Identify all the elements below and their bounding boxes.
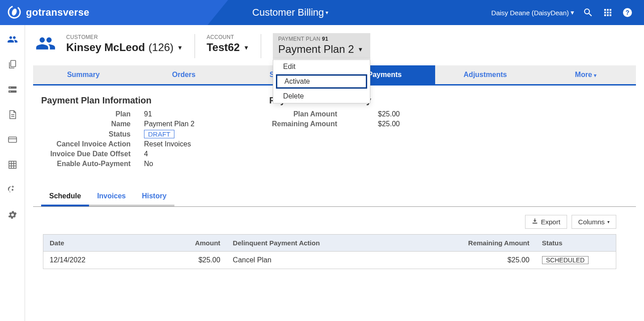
caret-down-icon: ▼ bbox=[177, 44, 183, 51]
sub-tabs: Schedule Invoices History bbox=[33, 188, 636, 207]
columns-button[interactable]: Columns ▾ bbox=[572, 215, 616, 229]
summary-plan-amount-label: Plan Amount bbox=[261, 110, 351, 118]
tab-orders[interactable]: Orders bbox=[134, 65, 234, 84]
plan-action-activate[interactable]: Activate bbox=[276, 74, 367, 89]
caret-down-icon: ▾ bbox=[594, 73, 597, 78]
info-due-offset-value: 4 bbox=[144, 150, 148, 158]
caret-down-icon: ▾ bbox=[571, 9, 574, 17]
col-date[interactable]: Date bbox=[43, 235, 169, 252]
logo-icon bbox=[7, 5, 21, 21]
svg-point-7 bbox=[9, 87, 10, 88]
breadcrumb-row: CUSTOMER Kinsey McLeod (126) ▼ ACCOUNT T… bbox=[25, 33, 644, 65]
crumb-account-label: ACCOUNT bbox=[207, 34, 249, 40]
summary-remaining-label: Remaining Amount bbox=[261, 120, 351, 128]
dashboard-nav-icon[interactable] bbox=[7, 184, 18, 195]
crumb-separator bbox=[261, 34, 261, 58]
info-plan-value: 91 bbox=[144, 110, 152, 118]
row-status-badge: SCHEDULED bbox=[542, 256, 589, 264]
col-status[interactable]: Status bbox=[536, 235, 616, 252]
caret-down-icon: ▼ bbox=[358, 46, 364, 53]
table-row[interactable]: 12/14/2022 $25.00 Cancel Plan $25.00 SCH… bbox=[43, 252, 616, 269]
info-auto-pay-label: Enable Auto-Payment bbox=[33, 160, 144, 168]
crumb-customer[interactable]: CUSTOMER Kinsey McLeod (126) ▼ bbox=[66, 33, 183, 54]
cell-remaining: $25.00 bbox=[456, 252, 536, 269]
grid-nav-icon[interactable] bbox=[7, 159, 18, 170]
info-cancel-action-value: Reset Invoices bbox=[144, 140, 191, 148]
status-badge: DRAFT bbox=[144, 130, 174, 138]
settings-nav-icon[interactable] bbox=[7, 210, 18, 220]
table-header-row: Date Amount Delinquent Payment Action Re… bbox=[43, 235, 616, 252]
tab-summary[interactable]: Summary bbox=[33, 65, 134, 84]
summary-remaining-value: $25.00 bbox=[351, 120, 400, 128]
col-amount[interactable]: Amount bbox=[169, 235, 227, 252]
crumb-account-name: Test62 bbox=[207, 41, 240, 54]
server-nav-icon[interactable] bbox=[7, 84, 18, 95]
svg-rect-11 bbox=[8, 137, 17, 142]
col-remaining[interactable]: Remaining Amount bbox=[456, 235, 536, 252]
info-name-value: Payment Plan 2 bbox=[144, 120, 195, 128]
info-due-offset-label: Invoice Due Date Offset bbox=[33, 150, 144, 158]
logo-text: gotransverse bbox=[26, 7, 89, 18]
customer-glyph-icon bbox=[33, 33, 58, 54]
export-button[interactable]: Export bbox=[525, 215, 567, 229]
columns-label: Columns bbox=[578, 218, 605, 226]
header-title-text: Customer Billing bbox=[252, 7, 324, 18]
export-label: Export bbox=[541, 218, 560, 226]
cell-date: 12/14/2022 bbox=[43, 252, 169, 269]
copy-nav-icon[interactable] bbox=[7, 59, 18, 70]
info-plan-label: Plan bbox=[33, 110, 144, 118]
table-controls: Export Columns ▾ bbox=[33, 215, 636, 229]
crumb-separator bbox=[195, 34, 195, 58]
crumb-plan-id: 91 bbox=[322, 36, 328, 42]
caret-down-icon: ▼ bbox=[243, 44, 249, 51]
download-icon bbox=[532, 218, 538, 226]
apps-icon[interactable] bbox=[602, 7, 614, 18]
subtab-schedule[interactable]: Schedule bbox=[41, 188, 89, 206]
plan-action-dropdown: Edit Activate Delete bbox=[273, 60, 370, 103]
crumb-account[interactable]: ACCOUNT Test62 ▼ bbox=[207, 33, 249, 54]
search-icon[interactable] bbox=[582, 7, 594, 18]
caret-down-icon: ▾ bbox=[607, 219, 610, 224]
document-nav-icon[interactable] bbox=[7, 109, 18, 120]
svg-text:?: ? bbox=[626, 9, 630, 16]
crumb-plan[interactable]: PAYMENT PLAN 91 Payment Plan 2 ▼ Edit Ac… bbox=[273, 33, 370, 59]
summary-plan-amount-value: $25.00 bbox=[351, 110, 400, 118]
logo[interactable]: gotransverse bbox=[0, 5, 89, 21]
col-delinquent[interactable]: Delinquent Payment Action bbox=[227, 235, 456, 252]
svg-rect-13 bbox=[9, 161, 16, 168]
svg-rect-4 bbox=[11, 60, 16, 67]
cell-action: Cancel Plan bbox=[227, 252, 456, 269]
cell-amount: $25.00 bbox=[169, 252, 227, 269]
info-section-title: Payment Plan Information bbox=[41, 95, 234, 106]
info-cancel-action-label: Cancel Invoice Action bbox=[33, 140, 144, 148]
info-status-label: Status bbox=[33, 130, 144, 138]
card-nav-icon[interactable] bbox=[7, 134, 18, 145]
tab-more[interactable]: More▾ bbox=[535, 65, 636, 84]
user-menu[interactable]: Daisy Deane (DaisyDean) ▾ bbox=[491, 9, 574, 17]
plan-action-edit[interactable]: Edit bbox=[273, 60, 370, 73]
crumb-customer-id: (126) bbox=[148, 41, 174, 54]
crumb-customer-label: CUSTOMER bbox=[66, 34, 183, 40]
plan-action-delete[interactable]: Delete bbox=[273, 90, 370, 103]
crumb-plan-name: Payment Plan 2 bbox=[278, 43, 354, 56]
subtab-invoices[interactable]: Invoices bbox=[89, 188, 134, 206]
customers-nav-icon[interactable] bbox=[7, 34, 18, 45]
crumb-plan-label: PAYMENT PLAN bbox=[278, 36, 320, 42]
crumb-customer-name: Kinsey McLeod bbox=[66, 41, 145, 54]
left-nav-rail bbox=[0, 25, 25, 321]
header-title-dropdown[interactable]: Customer Billing ▾ bbox=[252, 7, 328, 18]
tab-adjustments[interactable]: Adjustments bbox=[435, 65, 536, 84]
top-header: gotransverse Customer Billing ▾ Daisy De… bbox=[0, 0, 644, 25]
main-content: CUSTOMER Kinsey McLeod (126) ▼ ACCOUNT T… bbox=[25, 25, 644, 321]
schedule-table: Date Amount Delinquent Payment Action Re… bbox=[43, 234, 616, 269]
caret-down-icon: ▾ bbox=[326, 9, 328, 16]
subtab-history[interactable]: History bbox=[134, 188, 174, 206]
tab-more-label: More bbox=[575, 71, 592, 78]
info-auto-pay-value: No bbox=[144, 160, 153, 168]
help-icon[interactable]: ? bbox=[622, 7, 633, 18]
info-name-label: Name bbox=[33, 120, 144, 128]
user-display: Daisy Deane (DaisyDean) bbox=[491, 9, 569, 17]
svg-point-8 bbox=[9, 91, 10, 92]
svg-point-1 bbox=[11, 8, 18, 16]
